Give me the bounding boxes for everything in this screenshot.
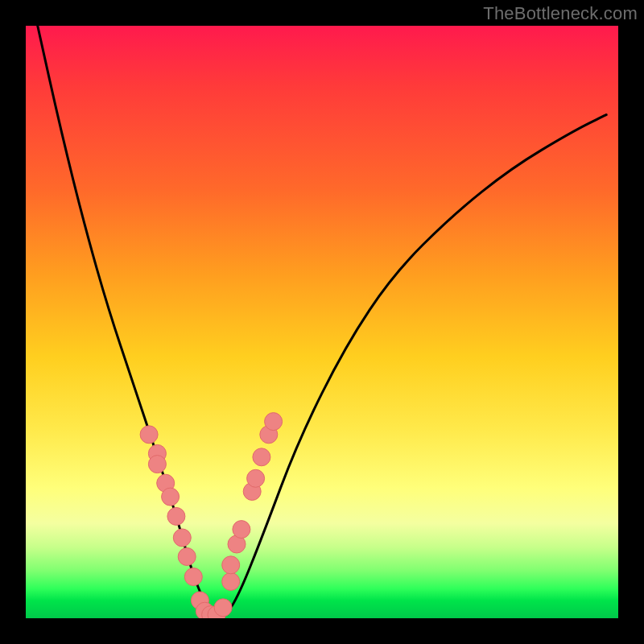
highlight-dot [140, 426, 158, 444]
highlight-dot [247, 469, 265, 487]
watermark-text: TheBottleneck.com [483, 3, 638, 24]
plot-area [26, 26, 618, 618]
chart-svg [26, 26, 618, 618]
bottleneck-curve [38, 26, 607, 618]
highlight-dot [184, 568, 202, 586]
highlight-dot [167, 507, 185, 525]
highlight-dot [253, 448, 270, 466]
highlight-dot [233, 521, 250, 539]
highlight-dot [148, 456, 166, 473]
highlight-dot [222, 572, 240, 590]
highlight-dot [222, 556, 240, 574]
highlight-dot [265, 413, 283, 431]
highlight-dot [173, 529, 191, 547]
highlight-dot [214, 599, 232, 617]
highlight-dots-group [140, 413, 283, 618]
highlight-dot [178, 548, 196, 566]
image-frame: TheBottleneck.com [0, 0, 644, 644]
highlight-dot [162, 488, 180, 506]
